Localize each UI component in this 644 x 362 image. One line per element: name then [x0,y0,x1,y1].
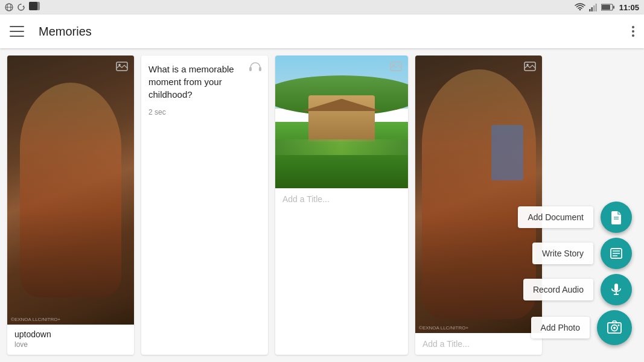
add-photo-label: Add Photo [531,317,590,338]
svg-rect-14 [259,67,261,71]
add-document-button[interactable] [601,202,632,233]
refresh-icon [17,3,25,11]
svg-point-30 [613,327,616,329]
svg-rect-25 [614,284,618,291]
memory-card-3[interactable]: Add a Title... [275,56,408,355]
card-image-1: ©EXNOA LLC/NITRO+ [7,56,134,325]
image-icon-4 [524,62,536,71]
app-bar: Memories [0,14,644,48]
svg-rect-4 [589,9,591,11]
card-2-body: What is a memorable moment from your chi… [141,56,268,355]
fab-write-story: Write Story [532,238,632,269]
add-photo-button[interactable] [597,310,632,345]
svg-rect-7 [595,4,597,11]
card-add-title-3: Add a Title... [282,194,401,204]
menu-button[interactable] [10,26,24,37]
app-icon-1 [29,2,40,13]
svg-marker-3 [22,5,24,7]
main-content: ©EXNOA LLC/NITRO+ uptodown love What is … [0,48,644,362]
card-game-image [275,56,408,188]
card-subtitle-1: love [14,340,127,349]
app-icon-3 [29,2,37,10]
card-question: What is a memorable moment from your chi… [148,63,261,101]
record-audio-label: Record Audio [523,279,593,300]
svg-rect-5 [591,7,593,11]
globe-icon [5,3,13,11]
memory-card-1[interactable]: ©EXNOA LLC/NITRO+ uptodown love [7,56,134,355]
svg-point-31 [618,325,620,326]
add-document-label: Add Document [518,206,593,228]
time-display: 11:05 [619,3,639,12]
card-duration: 2 sec [148,108,261,116]
more-options-button[interactable] [632,26,634,37]
card-3-footer: Add a Title... [275,188,408,210]
write-story-label: Write Story [532,243,593,264]
memory-card-2[interactable]: What is a memorable moment from your chi… [141,56,268,355]
card-title-1: uptodown [14,329,127,339]
svg-rect-13 [249,67,252,71]
fab-area: Add Document Write Story [518,202,632,350]
svg-rect-6 [593,5,595,11]
app-title: Memories [39,25,632,39]
status-bar: 11:05 [0,0,644,14]
record-audio-button[interactable] [601,274,632,305]
battery-icon [601,4,614,11]
svg-rect-9 [602,5,610,10]
image-icon [116,62,128,71]
card-footer-1: uptodown love [7,325,134,355]
headphones-icon [249,62,262,72]
app-icon-2 [29,2,40,10]
fab-add-photo: Add Photo [531,310,632,345]
status-bar-left [5,2,40,13]
fab-add-document: Add Document [518,202,632,233]
svg-rect-10 [613,6,614,9]
status-bar-right: 11:05 [575,3,639,12]
write-story-button[interactable] [601,238,632,269]
signal-icon [589,3,598,11]
wifi-icon [575,3,585,11]
fab-record-audio: Record Audio [523,274,632,305]
image-icon-3 [390,62,402,71]
watermark: ©EXNOA LLC/NITRO+ [11,317,60,322]
